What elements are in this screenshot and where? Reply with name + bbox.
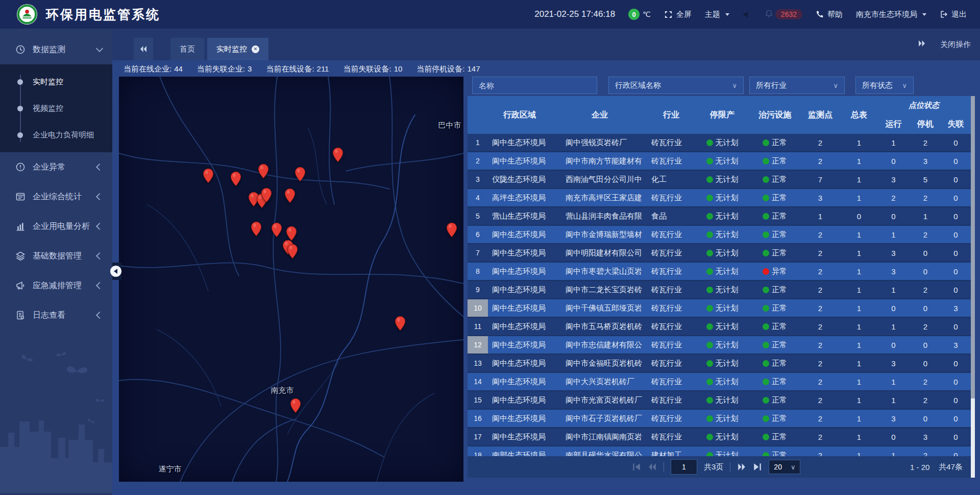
table-scrollbar[interactable] [971, 96, 975, 478]
tabs-scroll-right-button[interactable] [918, 40, 926, 49]
scrollbar-thumb[interactable] [971, 96, 975, 398]
stat-item-1: 当前失联企业:3 [197, 64, 252, 78]
map-pin-icon[interactable] [290, 398, 301, 413]
close-operations-button[interactable]: 关闭操作 [940, 40, 971, 50]
table-row[interactable]: 1阆中生态环境局阆中强锐页岩砖厂砖瓦行业无计划正常21120 [468, 134, 971, 152]
stop-count: 2 [910, 396, 941, 405]
table-row[interactable]: 2阆中生态环境局阆中市南方节能建材有砖瓦行业无计划正常21030 [468, 152, 971, 171]
company-cell: 阆中明阳建材有限公司 [551, 248, 648, 258]
sidebar-subitem-realtime-monitoring[interactable]: 实时监控 [0, 68, 112, 95]
map-pin-icon[interactable] [203, 168, 214, 183]
region-cell: 阆中生态环境局 [488, 156, 551, 166]
table-row[interactable]: 18南部生态环境局南部县砚华水泥有限公建材加工无计划正常21120 [468, 446, 971, 456]
table-row[interactable]: 14阆中生态环境局阆中大兴页岩机砖厂砖瓦行业无计划正常21120 [468, 373, 971, 391]
status-dot-green [706, 323, 713, 330]
logout-icon [940, 10, 948, 18]
table-row[interactable]: 8阆中生态环境局阆中市枣碧大梁山页岩砖瓦行业无计划异常21300 [468, 263, 971, 281]
status-dot-green [763, 397, 769, 404]
sidebar-item-power-usage-analysis[interactable]: 企业用电量分析 [0, 211, 112, 241]
table-row[interactable]: 16阆中生态环境局阆中市石子页岩机砖厂砖瓦行业无计划正常21300 [468, 410, 971, 428]
sidebar-collapse-button[interactable] [112, 263, 121, 280]
tab-home[interactable]: 首页 [170, 38, 204, 60]
help-button[interactable]: 帮助 [816, 10, 843, 19]
region-filter-dropdown[interactable]: 行政区域名称 [608, 77, 744, 94]
map-pin-icon[interactable] [258, 163, 269, 179]
tabs-scroll-left-button[interactable] [134, 38, 153, 60]
notifications-button[interactable]: 2632 [765, 9, 802, 19]
status-dot-green [706, 379, 713, 385]
map-pin-icon[interactable] [230, 171, 241, 186]
map-pin-icon[interactable] [251, 221, 262, 237]
company-cell: 阆中市五马桥页岩机砖 [551, 322, 648, 332]
sidebar-item-company-statistics[interactable]: 企业综合统计 [0, 182, 112, 211]
prev-page-button[interactable] [648, 463, 657, 471]
stat-label: 当前停机设备: [416, 64, 464, 73]
stop-count: 3 [910, 433, 941, 441]
map-pin-icon[interactable] [395, 316, 406, 331]
first-page-button[interactable] [632, 463, 641, 471]
points-count: 2 [799, 414, 841, 423]
theme-dropdown[interactable]: 主题 [705, 10, 729, 19]
map-pin-icon[interactable] [286, 226, 297, 241]
row-number: 7 [468, 249, 488, 257]
map-pin-icon[interactable] [295, 167, 306, 182]
region-cell: 阆中生态环境局 [488, 359, 551, 368]
table-row[interactable]: 10阆中生态环境局阆中千佛镇五郎垭页岩砖瓦行业无计划正常21003 [468, 299, 971, 318]
lost-count: 0 [941, 433, 971, 441]
region-cell: 阆中生态环境局 [488, 230, 551, 240]
table-row[interactable]: 13阆中生态环境局阆中市金福旺页岩机砖砖瓦行业无计划正常21300 [468, 355, 971, 373]
map-panel[interactable]: 巴中市南充市遂宁市 [119, 77, 463, 482]
next-page-button[interactable] [737, 463, 746, 471]
map-pin-icon[interactable] [446, 222, 457, 238]
logout-button[interactable]: 退出 [940, 10, 967, 19]
table-row[interactable]: 11阆中生态环境局阆中市五马桥页岩机砖砖瓦行业无计划正常21120 [468, 318, 971, 336]
points-count: 2 [799, 341, 841, 349]
table-row[interactable]: 12阆中生态环境局阆中市忠信建材有限公砖瓦行业无计划正常21003 [468, 336, 971, 355]
fullscreen-button[interactable]: 全屏 [664, 10, 692, 19]
table-row[interactable]: 15阆中生态环境局阆中市光富页岩机砖厂砖瓦行业无计划正常21120 [468, 391, 971, 410]
map-pin-icon[interactable] [271, 222, 282, 238]
industry-cell: 砖瓦行业 [648, 267, 694, 276]
table-row[interactable]: 6阆中生态环境局阆中市金博瑞新型墙材砖瓦行业无计划正常21120 [468, 226, 971, 244]
stat-value: 211 [317, 64, 329, 73]
table-row[interactable]: 9阆中生态环境局阆中市二龙长宝页岩砖砖瓦行业无计划正常21120 [468, 281, 971, 299]
sidebar-subitem-video-monitoring[interactable]: 视频监控 [0, 95, 112, 122]
table-row[interactable]: 4高坪生态环境局南充市高坪区王家店建砖瓦行业无计划正常31220 [468, 189, 971, 207]
sidebar-item-emergency-reduction[interactable]: 应急减排管理 [0, 271, 112, 300]
chevron-down-icon [791, 463, 796, 471]
status-dot-green [763, 342, 769, 348]
organization-dropdown[interactable]: 南充市生态环境局 [856, 10, 926, 19]
meters-count: 1 [841, 414, 877, 423]
name-filter-input[interactable] [472, 77, 597, 94]
close-tab-icon[interactable] [252, 45, 259, 53]
region-cell: 南部生态环境局 [488, 451, 551, 457]
sidebar-item-base-data-management[interactable]: 基础数据管理 [0, 241, 112, 271]
map-pin-icon[interactable] [332, 147, 344, 162]
sidebar-subitem-power-load-detail[interactable]: 企业电力负荷明细 [0, 122, 112, 148]
sidebar-item-company-abnormal[interactable]: 企业异常 [0, 152, 112, 182]
page-number-input[interactable] [671, 459, 697, 475]
row-number: 3 [468, 175, 488, 183]
sidebar-item-data-monitoring[interactable]: 数据监测 [0, 35, 112, 64]
tab-realtime-monitoring[interactable]: 实时监控 [207, 38, 268, 60]
industry-filter-dropdown[interactable]: 所有行业 [749, 77, 845, 94]
speaker-mute-icon[interactable] [743, 10, 751, 19]
table-row[interactable]: 17阆中生态环境局阆中市江南镇阆南页岩砖瓦行业无计划正常21030 [468, 428, 971, 446]
table-row[interactable]: 5营山生态环境局营山县润丰肉食品有限食品无计划正常10010 [468, 207, 971, 226]
temperature-badge: 0 ℃ [628, 9, 651, 20]
table-row[interactable]: 3仪陇生态环境局西南油气田分公司川中化工无计划正常71350 [468, 171, 971, 189]
map-pin-icon[interactable] [287, 244, 298, 259]
status-filter-dropdown[interactable]: 所有状态 [855, 77, 914, 94]
meters-count: 1 [841, 451, 877, 457]
status-dot-green [706, 213, 713, 220]
table-row[interactable]: 7阆中生态环境局阆中明阳建材有限公司砖瓦行业无计划正常21300 [468, 244, 971, 263]
last-page-button[interactable] [753, 463, 762, 471]
company-cell: 营山县润丰肉食品有限 [551, 211, 648, 221]
map-pin-icon[interactable] [284, 188, 296, 203]
stop-count: 2 [910, 230, 941, 239]
meters-count: 1 [841, 157, 877, 166]
page-size-select[interactable]: 20 [769, 460, 800, 474]
plan-status-cell: 无计划 [694, 138, 750, 148]
map-pin-icon[interactable] [261, 187, 272, 203]
sidebar-item-log-view[interactable]: 日志查看 [0, 300, 112, 330]
